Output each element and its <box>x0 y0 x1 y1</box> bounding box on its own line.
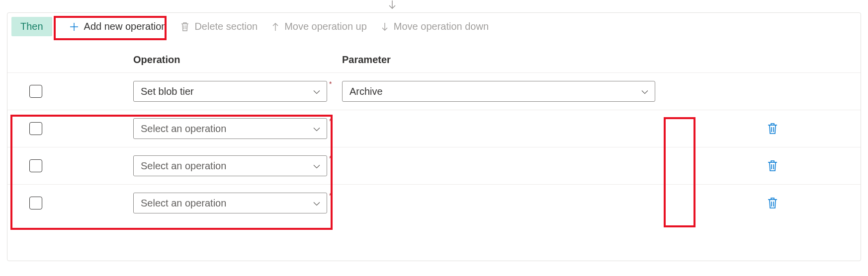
then-badge: Then <box>11 17 52 36</box>
trash-icon <box>180 22 189 32</box>
header-operation: Operation <box>133 54 342 66</box>
trash-icon <box>767 197 778 209</box>
row-checkbox[interactable] <box>29 122 42 135</box>
chevron-down-icon <box>641 86 649 97</box>
flow-arrow-down-icon <box>388 0 397 12</box>
header-parameter: Parameter <box>342 54 391 66</box>
operation-select[interactable]: Select an operation <box>133 193 327 213</box>
trash-icon <box>767 160 778 172</box>
add-new-operation-button[interactable]: Add new operation <box>62 17 174 36</box>
toolbar: Then Add new operation <box>7 13 861 36</box>
delete-section-label: Delete section <box>194 21 258 32</box>
table-row: Select an operation * <box>7 110 861 147</box>
operation-select[interactable]: Select an operation <box>133 155 327 176</box>
plus-icon <box>69 22 79 32</box>
then-section-panel: Then Add new operation <box>7 12 861 261</box>
chevron-down-icon <box>313 86 321 97</box>
chevron-down-icon <box>313 160 321 172</box>
table-row: Select an operation * <box>7 184 861 221</box>
operation-cell: Select an operation * <box>133 118 332 139</box>
arrow-down-icon <box>381 22 389 32</box>
required-indicator: * <box>329 154 332 162</box>
add-new-operation-label: Add new operation <box>84 21 167 32</box>
move-operation-up-button[interactable]: Move operation up <box>264 17 374 36</box>
row-checkbox[interactable] <box>29 159 42 172</box>
move-operation-down-button[interactable]: Move operation down <box>374 17 496 36</box>
parameter-select-value: Archive <box>349 86 383 97</box>
row-checkbox[interactable] <box>29 197 42 209</box>
move-operation-up-label: Move operation up <box>284 21 367 32</box>
row-checkbox[interactable] <box>29 85 42 98</box>
delete-row-button[interactable] <box>764 157 781 175</box>
table-row: Select an operation * <box>7 147 861 184</box>
operation-cell: Select an operation * <box>133 155 332 176</box>
operation-select-value: Select an operation <box>141 123 226 135</box>
delete-row-button[interactable] <box>764 194 781 212</box>
operation-rows: Set blob tier * Archive <box>7 72 861 221</box>
chevron-down-icon <box>313 123 321 135</box>
operation-select[interactable]: Select an operation <box>133 118 327 139</box>
row-actions <box>764 157 781 175</box>
chevron-down-icon <box>313 198 321 209</box>
row-actions <box>764 194 781 212</box>
operation-select-value: Set blob tier <box>141 86 194 97</box>
trash-icon <box>767 123 778 135</box>
operation-select-value: Select an operation <box>141 198 226 209</box>
required-indicator: * <box>329 117 332 125</box>
parameter-cell: Archive <box>342 81 656 102</box>
column-headers: Operation Parameter <box>7 54 861 72</box>
row-actions <box>764 120 781 138</box>
required-indicator: * <box>329 192 332 200</box>
parameter-select[interactable]: Archive <box>342 81 655 102</box>
delete-row-button[interactable] <box>764 120 781 138</box>
arrow-up-icon <box>271 22 279 32</box>
operation-cell: Select an operation * <box>133 193 332 213</box>
operation-select-value: Select an operation <box>141 160 226 172</box>
operation-select[interactable]: Set blob tier <box>133 81 327 102</box>
required-indicator: * <box>329 80 332 88</box>
page-root: Then Add new operation <box>0 0 868 276</box>
operation-cell: Set blob tier * <box>133 81 332 102</box>
move-operation-down-label: Move operation down <box>394 21 489 32</box>
delete-section-button[interactable]: Delete section <box>174 17 264 36</box>
table-row: Set blob tier * Archive <box>7 72 861 110</box>
